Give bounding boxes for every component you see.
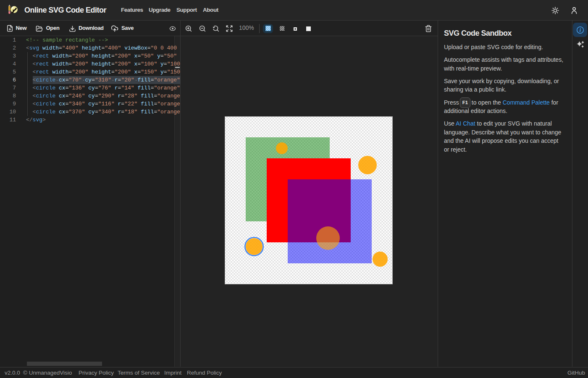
svg-text:i: i [580,27,581,33]
